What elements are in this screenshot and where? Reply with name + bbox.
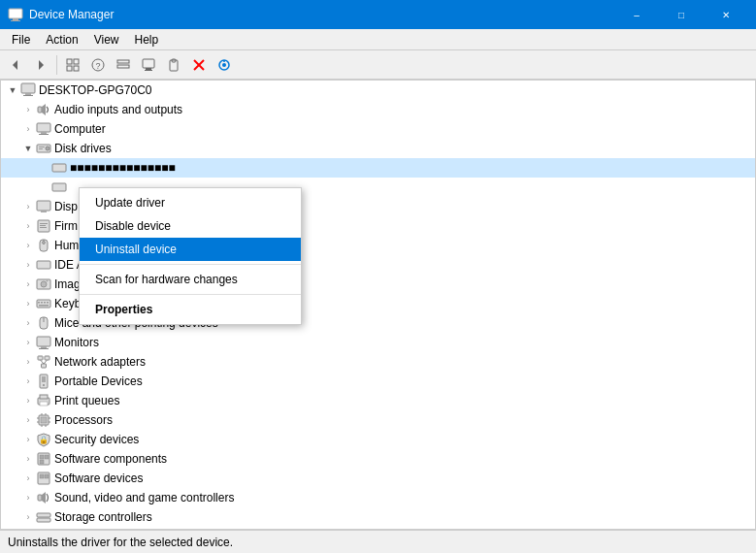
expander-storage[interactable]: › — [20, 509, 36, 525]
menu-action[interactable]: Action — [38, 31, 85, 49]
svg-rect-37 — [37, 201, 50, 211]
expander-imaging[interactable]: › — [20, 276, 36, 292]
context-update-driver[interactable]: Update driver — [80, 191, 301, 214]
expander-ide[interactable]: › — [20, 257, 36, 273]
svg-rect-46 — [37, 261, 50, 269]
tree-sound[interactable]: › Sound, video and game controllers — [1, 488, 755, 507]
expander-computer[interactable]: › — [20, 121, 36, 137]
computer-label: Computer — [54, 122, 106, 136]
svg-point-21 — [222, 63, 226, 67]
back-button[interactable] — [4, 53, 27, 77]
help-button[interactable]: ? — [86, 53, 110, 77]
context-properties[interactable]: Properties — [80, 298, 301, 321]
network-label: Network adapters — [54, 355, 146, 369]
list-button[interactable] — [112, 53, 135, 77]
svg-rect-60 — [39, 348, 49, 349]
expander-root[interactable]: ▼ — [5, 82, 20, 98]
expander-sound[interactable]: › — [20, 490, 36, 505]
svg-rect-7 — [67, 66, 72, 71]
disk-icon — [36, 141, 51, 156]
expander-software-dev[interactable]: › — [20, 471, 36, 486]
svg-rect-2 — [11, 20, 20, 21]
svg-rect-55 — [39, 305, 49, 307]
expander-monitors[interactable]: › — [20, 335, 36, 350]
tree-network[interactable]: › Network adapters — [1, 352, 755, 372]
expander-disk[interactable]: ▼ — [20, 141, 36, 156]
expander-audio[interactable]: › — [20, 102, 36, 117]
scan-button[interactable] — [213, 53, 236, 77]
minimize-button[interactable]: – — [614, 0, 659, 29]
tree-root[interactable]: ▼ DESKTOP-GPG70C0 — [1, 81, 755, 100]
tree-print[interactable]: › Print queues — [1, 391, 755, 410]
tree-computer[interactable]: › Computer — [1, 119, 755, 139]
tree-disk[interactable]: ▼ Disk drives — [1, 139, 755, 158]
menu-help[interactable]: Help — [127, 31, 167, 49]
svg-rect-34 — [39, 148, 43, 149]
expander-system[interactable]: › — [20, 529, 36, 530]
tree-software-comp[interactable]: › Software components — [1, 449, 755, 469]
device-tree[interactable]: ▼ DESKTOP-GPG70C0 › Audio inputs and out… — [0, 80, 756, 530]
svg-rect-12 — [117, 65, 129, 68]
context-separator-2 — [80, 294, 301, 295]
menu-file[interactable]: File — [4, 31, 38, 49]
svg-marker-3 — [13, 60, 17, 70]
context-disable-device[interactable]: Disable device — [80, 214, 301, 238]
expander-hid[interactable]: › — [20, 238, 36, 253]
menu-view[interactable]: View — [86, 31, 127, 49]
expander-portable[interactable]: › — [20, 374, 36, 389]
expander-network[interactable]: › — [20, 354, 36, 370]
window-title: Device Manager — [29, 8, 614, 21]
tree-monitors[interactable]: › Monitors — [1, 333, 755, 352]
context-scan-hardware[interactable]: Scan for hardware changes — [80, 268, 301, 291]
context-uninstall-device[interactable]: Uninstall device — [80, 238, 301, 261]
monitor-button[interactable] — [137, 53, 160, 77]
status-bar: Uninstalls the driver for the selected d… — [0, 530, 756, 553]
portable-icon — [36, 374, 51, 389]
menu-bar: File Action View Help — [0, 29, 756, 50]
tree-processors[interactable]: › Processors — [1, 410, 755, 430]
tree-software-dev[interactable]: › Software devices — [1, 469, 755, 488]
disk-label: Disk drives — [54, 142, 112, 155]
svg-rect-11 — [117, 60, 129, 63]
tree-storage[interactable]: › Storage controllers — [1, 507, 755, 527]
expander-security[interactable]: › — [20, 432, 36, 447]
expander-processors[interactable]: › — [20, 412, 36, 428]
expander-print[interactable]: › — [20, 393, 36, 408]
software-comp-label: Software components — [54, 452, 167, 466]
svg-rect-29 — [41, 132, 47, 134]
tree-disk-1[interactable]: ■■■■■■■■■■■■■■■ — [1, 158, 755, 178]
svg-rect-53 — [44, 302, 46, 304]
svg-rect-59 — [41, 346, 47, 348]
svg-rect-71 — [40, 402, 48, 406]
svg-rect-86 — [40, 460, 44, 464]
print-icon — [36, 393, 51, 408]
tree-audio[interactable]: › Audio inputs and outputs — [1, 100, 755, 119]
tree-portable[interactable]: › Portable Devices — [1, 372, 755, 391]
tree-security[interactable]: › 🔒 Security devices — [1, 430, 755, 449]
imaging-icon — [36, 276, 51, 292]
tree-system[interactable]: › System devices — [1, 527, 755, 530]
sound-label: Sound, video and game controllers — [54, 491, 234, 504]
maximize-button[interactable]: □ — [659, 0, 704, 29]
forward-button[interactable] — [29, 53, 52, 77]
svg-rect-67 — [42, 376, 46, 382]
svg-rect-62 — [45, 356, 49, 360]
svg-rect-61 — [38, 356, 43, 360]
svg-marker-27 — [42, 104, 46, 115]
svg-rect-25 — [23, 95, 33, 96]
svg-rect-30 — [39, 134, 49, 135]
svg-rect-33 — [39, 146, 45, 147]
close-button[interactable]: ✕ — [704, 0, 748, 29]
expander-software-comp[interactable]: › — [20, 451, 36, 467]
clipboard-button[interactable] — [162, 53, 185, 77]
expander-firmware[interactable]: › — [20, 218, 36, 234]
remove-button[interactable] — [187, 53, 211, 77]
show-grid-button[interactable] — [61, 53, 84, 77]
svg-rect-50 — [37, 300, 50, 308]
expander-mice[interactable]: › — [20, 315, 36, 331]
expander-keyboards[interactable]: › — [20, 296, 36, 311]
processors-label: Processors — [54, 413, 113, 427]
title-bar: Device Manager – □ ✕ — [0, 0, 756, 29]
svg-rect-36 — [52, 183, 66, 191]
expander-display[interactable]: › — [20, 199, 36, 214]
